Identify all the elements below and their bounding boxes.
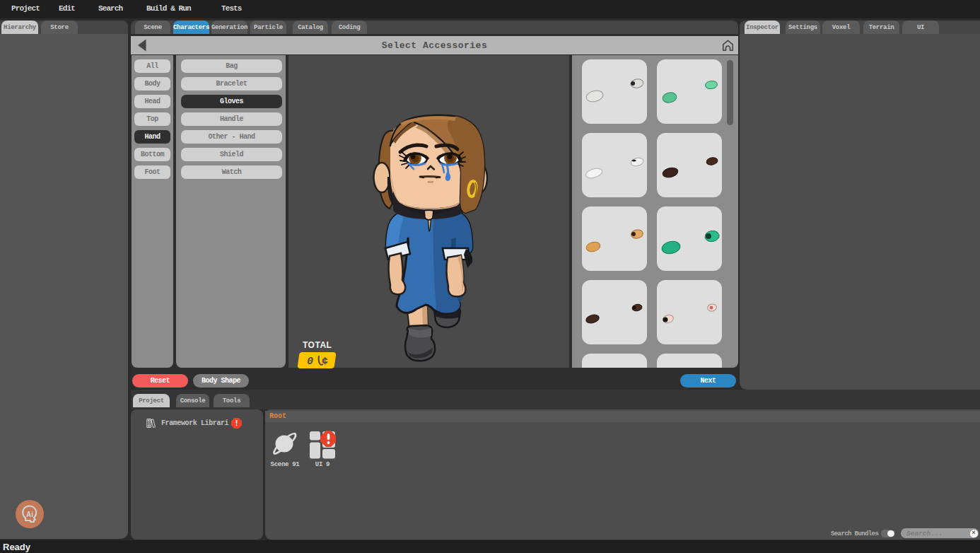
svg-text:¢: ¢ [322, 356, 328, 368]
svg-text:Ai: Ai [26, 511, 33, 518]
svg-text:0: 0 [307, 356, 313, 368]
